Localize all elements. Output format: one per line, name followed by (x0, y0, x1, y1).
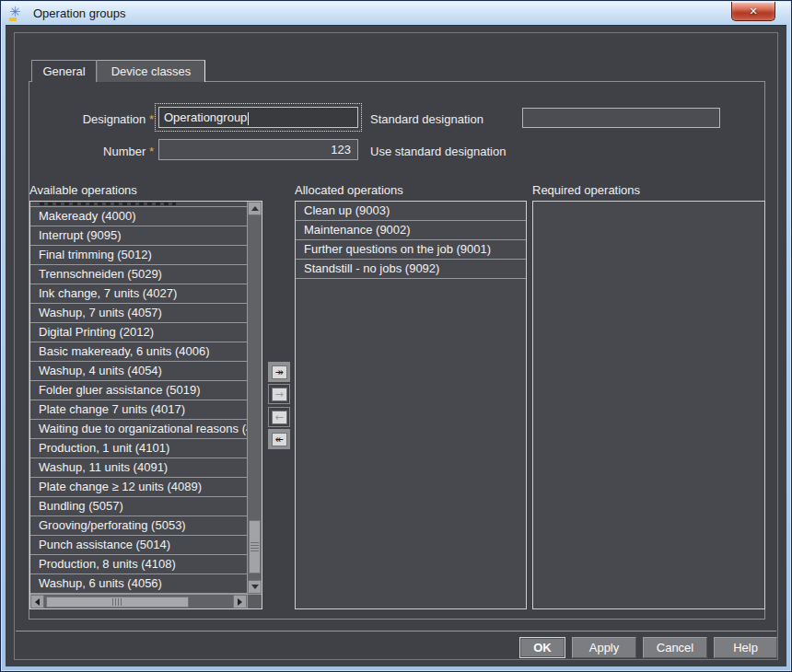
required-operations-header: Required operations (532, 183, 640, 197)
required-marker: * (149, 145, 154, 158)
list-item[interactable]: Production, 1 unit (4101) (30, 439, 247, 458)
scroll-right-button[interactable] (233, 595, 247, 608)
arrow-left-icon: ← (272, 411, 287, 424)
horizontal-scroll-thumb[interactable] (46, 597, 189, 608)
designation-input[interactable]: Operationgroup (158, 107, 358, 128)
list-item[interactable]: Waiting due to organizational reasons (4… (30, 420, 247, 439)
help-button[interactable]: Help (714, 637, 777, 658)
tab-content-groupbox: Designation * Operationgroup Standard de… (29, 81, 765, 620)
tab-device-classes[interactable]: Device classes (97, 60, 205, 82)
list-item[interactable]: Interrupt (9095) (30, 226, 247, 246)
allocated-operations-list[interactable]: Clean up (9003)Maintenance (9002)Further… (295, 201, 527, 609)
scrollbar-corner (247, 594, 262, 608)
vertical-scroll-thumb[interactable] (249, 520, 261, 574)
cancel-button[interactable]: Cancel (643, 637, 707, 658)
vertical-scrollbar[interactable] (247, 202, 262, 594)
triangle-right-icon (238, 598, 242, 606)
arrow-right-icon: → (272, 388, 287, 401)
allocated-operations-header: Allocated operations (295, 183, 403, 197)
list-item[interactable]: Basic makeready, 6 units (4006) (30, 342, 247, 362)
required-operations-list[interactable] (532, 201, 765, 609)
triangle-left-icon (35, 598, 40, 606)
list-item[interactable]: Clean up (9003) (296, 202, 526, 221)
list-item[interactable]: Folder gluer assistance (5019) (30, 381, 247, 400)
text-caret (248, 112, 249, 125)
app-icon: ✳ (9, 6, 25, 21)
triangle-up-icon (251, 206, 259, 211)
standard-designation-label: Standard designation (370, 112, 483, 126)
list-item[interactable]: Maintenance (9002) (296, 221, 526, 240)
scroll-left-button[interactable] (30, 595, 44, 608)
list-item[interactable]: Trennschneiden (5029) (30, 265, 247, 284)
double-arrow-left-icon: ↞ (272, 433, 287, 446)
apply-button[interactable]: Apply (572, 637, 636, 658)
list-item[interactable]: Makeready (4000) (30, 207, 247, 226)
available-operations-list[interactable]: Makeready (4000)Interrupt (9095)Final tr… (29, 201, 262, 609)
horizontal-scrollbar[interactable] (30, 594, 247, 608)
close-button[interactable]: ✕ (731, 2, 775, 21)
available-operations-header: Available operations (29, 183, 137, 197)
thumb-grip (112, 598, 122, 606)
list-item[interactable]: Washup, 4 units (4054) (30, 362, 247, 381)
required-marker: * (149, 112, 154, 126)
list-item[interactable]: Plate change 7 units (4017) (30, 400, 247, 420)
list-item[interactable]: Digital Printing (2012) (30, 323, 247, 342)
list-item[interactable]: Further questions on the job (9001) (296, 240, 526, 260)
move-all-left-button[interactable]: ↞ (268, 429, 290, 449)
clipped-list-item[interactable] (30, 202, 247, 207)
list-item[interactable]: Punch assistance (5014) (30, 536, 247, 555)
list-item[interactable]: Washup, 11 units (4091) (30, 458, 247, 478)
list-item[interactable]: Washup, 6 units (4056) (30, 574, 247, 594)
triangle-down-icon (251, 585, 259, 589)
list-item[interactable]: Production, 8 units (4108) (30, 555, 247, 574)
thumb-grip (250, 542, 259, 551)
dialog-body: General Device classes Designation * Ope… (6, 25, 786, 666)
window-frame: ✳ Operation groups ✕ General Device clas… (0, 0, 792, 672)
ok-button[interactable]: OK (519, 637, 565, 658)
scroll-down-button[interactable] (248, 580, 262, 594)
list-item[interactable]: Washup, 7 units (4057) (30, 304, 247, 323)
list-item[interactable]: Plate change ≥ 12 units (4089) (30, 478, 247, 497)
window-title: Operation groups (33, 6, 125, 20)
available-operations-rows[interactable]: Makeready (4000)Interrupt (9095)Final tr… (30, 202, 247, 594)
allocated-operations-rows[interactable]: Clean up (9003)Maintenance (9002)Further… (296, 202, 526, 608)
list-item[interactable]: Ink change, 7 units (4027) (30, 284, 247, 304)
standard-designation-input[interactable] (522, 108, 720, 128)
list-item[interactable]: Bundling (5057) (30, 497, 247, 516)
designation-label: Designation * (29, 112, 154, 126)
number-input[interactable]: 123 (158, 139, 358, 160)
list-item[interactable]: Standstill - no jobs (9092) (296, 260, 526, 279)
tab-general[interactable]: General (31, 60, 97, 82)
list-item[interactable]: Final trimming (5012) (30, 246, 247, 265)
footer-separator (16, 631, 776, 631)
move-right-button[interactable]: → (268, 384, 290, 404)
required-operations-rows[interactable] (533, 202, 764, 608)
move-left-button[interactable]: ← (268, 407, 290, 427)
list-item[interactable]: Grooving/perforating (5053) (30, 516, 247, 536)
double-arrow-right-icon: ↠ (272, 365, 287, 379)
number-label: Number * (29, 145, 154, 158)
scroll-up-button[interactable] (248, 202, 262, 215)
titlebar: ✳ Operation groups (2, 2, 790, 25)
move-all-right-button[interactable]: ↠ (268, 362, 290, 382)
use-standard-designation-label: Use standard designation (370, 145, 506, 158)
